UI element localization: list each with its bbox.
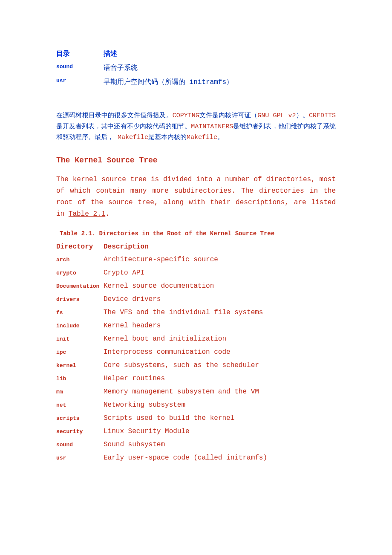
document-page: 目录 描述 sound 语音子系统 usr 早期用户空间代码（所谓的 initr… bbox=[0, 0, 392, 555]
table-row: soundSound subsystem bbox=[56, 438, 267, 451]
intro-paragraph: The kernel source tree is divided into a… bbox=[56, 174, 336, 220]
description-cell: 语音子系统 bbox=[104, 61, 233, 75]
text-span: ）。 bbox=[296, 112, 309, 119]
directory-cell: drivers bbox=[56, 293, 104, 306]
directory-cell: security bbox=[56, 425, 104, 438]
directory-cell: lib bbox=[56, 372, 104, 385]
text-span: 文件是内核许可证（ bbox=[199, 112, 258, 119]
directory-cell: net bbox=[56, 399, 104, 412]
top-directory-table: 目录 描述 sound 语音子系统 usr 早期用户空间代码（所谓的 initr… bbox=[56, 47, 233, 89]
table-row: ipcInterprocess communication code bbox=[56, 346, 267, 359]
directory-cell: init bbox=[56, 332, 104, 346]
table-row: sound 语音子系统 bbox=[56, 61, 233, 75]
table-row: mmMemory management subsystem and the VM bbox=[56, 385, 267, 399]
table-row: driversDevice drivers bbox=[56, 293, 267, 306]
directory-cell: sound bbox=[56, 61, 104, 75]
text-span: 在源码树根目录中的很多文件值得提及。 bbox=[56, 112, 173, 119]
description-cell: Scripts used to build the kernel bbox=[104, 412, 267, 425]
main-directory-table: Directory Description archArchitecture-s… bbox=[56, 240, 267, 465]
directory-cell: Documentation bbox=[56, 280, 104, 293]
description-cell: Kernel headers bbox=[104, 319, 267, 332]
text-span: COPYING bbox=[173, 112, 199, 119]
description-cell: Interprocess communication code bbox=[104, 346, 267, 359]
table-row: cryptoCrypto API bbox=[56, 266, 267, 280]
text-span: 。 bbox=[217, 134, 224, 141]
table-reference-link[interactable]: Table 2.1 bbox=[69, 210, 105, 218]
table-header-row: Directory Description bbox=[56, 240, 267, 253]
root-files-paragraph: 在源码树根目录中的很多文件值得提及。COPYING文件是内核许可证（GNU GP… bbox=[56, 110, 336, 143]
text-span: 是开发者列表，其中还有不少内核代码的细节。 bbox=[56, 123, 191, 130]
table-caption: Table 2.1. Directories in the Root of th… bbox=[60, 230, 336, 237]
text-span: Makefile bbox=[118, 134, 148, 141]
directory-cell: sound bbox=[56, 438, 104, 451]
table-row: DocumentationKernel source documentation bbox=[56, 280, 267, 293]
description-cell: Crypto API bbox=[104, 266, 267, 280]
table-row: libHelper routines bbox=[56, 372, 267, 385]
table-row: initKernel boot and initialization bbox=[56, 332, 267, 346]
header-description: Description bbox=[104, 240, 267, 253]
text-span: Makefile bbox=[187, 134, 217, 141]
table-header-row: 目录 描述 bbox=[56, 47, 233, 61]
description-cell: Kernel boot and initialization bbox=[104, 332, 267, 346]
description-cell: The VFS and the individual file systems bbox=[104, 306, 267, 319]
description-cell: Sound subsystem bbox=[104, 438, 267, 451]
description-cell: Networking subsystem bbox=[104, 399, 267, 412]
description-cell: Core subsystems, such as the scheduler bbox=[104, 359, 267, 372]
table-row: securityLinux Security Module bbox=[56, 425, 267, 438]
table-row: usr 早期用户空间代码（所谓的 initramfs） bbox=[56, 75, 233, 89]
section-heading: The Kernel Source Tree bbox=[56, 156, 336, 165]
text-span: CREDITS bbox=[309, 112, 336, 119]
text-span: 是基本内核的 bbox=[148, 134, 187, 141]
description-cell: Helper routines bbox=[104, 372, 267, 385]
directory-cell: kernel bbox=[56, 359, 104, 372]
directory-cell: fs bbox=[56, 306, 104, 319]
directory-cell: scripts bbox=[56, 412, 104, 425]
directory-cell: usr bbox=[56, 451, 104, 465]
text-span: GNU GPL v2 bbox=[257, 112, 296, 119]
description-cell: Architecture-specific source bbox=[104, 253, 267, 266]
table-row: usrEarly user-space code (called initram… bbox=[56, 451, 267, 465]
description-cell: Kernel source documentation bbox=[104, 280, 267, 293]
directory-cell: ipc bbox=[56, 346, 104, 359]
text-span: MAINTAINERS bbox=[191, 123, 233, 130]
description-cell: Device drivers bbox=[104, 293, 267, 306]
description-cell: Linux Security Module bbox=[104, 425, 267, 438]
table-row: archArchitecture-specific source bbox=[56, 253, 267, 266]
directory-cell: include bbox=[56, 319, 104, 332]
directory-cell: mm bbox=[56, 385, 104, 399]
directory-cell: crypto bbox=[56, 266, 104, 280]
table-row: netNetworking subsystem bbox=[56, 399, 267, 412]
description-cell: Memory management subsystem and the VM bbox=[104, 385, 267, 399]
table-row: kernelCore subsystems, such as the sched… bbox=[56, 359, 267, 372]
table-row: fsThe VFS and the individual file system… bbox=[56, 306, 267, 319]
directory-cell: usr bbox=[56, 75, 104, 89]
table-row: scriptsScripts used to build the kernel bbox=[56, 412, 267, 425]
header-directory: 目录 bbox=[56, 47, 104, 61]
table-row: includeKernel headers bbox=[56, 319, 267, 332]
header-directory: Directory bbox=[56, 240, 104, 253]
description-cell: 早期用户空间代码（所谓的 initramfs） bbox=[104, 75, 233, 89]
description-cell: Early user-space code (called initramfs) bbox=[104, 451, 267, 465]
header-description: 描述 bbox=[104, 47, 233, 61]
directory-cell: arch bbox=[56, 253, 104, 266]
text-span: . bbox=[105, 210, 110, 218]
